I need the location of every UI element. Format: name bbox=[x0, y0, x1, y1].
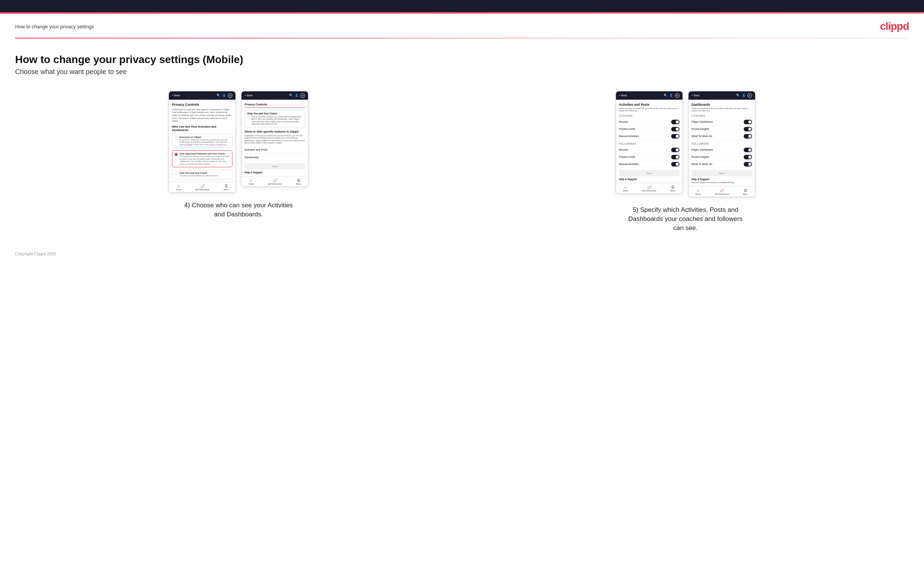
screen-1: < Back 🔍 👤 ⊕ Privacy Controls Control ho… bbox=[168, 91, 236, 193]
home-label-1: Home bbox=[176, 189, 181, 191]
coaches-round-insights-toggle[interactable] bbox=[744, 127, 752, 131]
screen1-option2[interactable]: Only Approved Followers and Your Coach O… bbox=[172, 150, 233, 167]
screen2-back[interactable]: < Back bbox=[244, 94, 253, 97]
followers-round-insights-toggle[interactable] bbox=[744, 155, 752, 160]
screenshot-pair-1: < Back 🔍 👤 ⊕ Privacy Controls Control ho… bbox=[168, 91, 309, 193]
screen3-title: Activities and Posts bbox=[619, 103, 680, 106]
coaches-drills-toggle[interactable] bbox=[671, 127, 680, 131]
search-icon-3[interactable]: 🔍 bbox=[664, 93, 667, 97]
search-icon-2[interactable]: 🔍 bbox=[289, 93, 293, 97]
screen-2: < Back 🔍 👤 ⊕ Privacy Controls bbox=[241, 91, 309, 187]
screen1-option3[interactable]: Only You and Your Coach Only you and the… bbox=[172, 169, 233, 179]
menu-label-2: Menu bbox=[296, 183, 301, 185]
bottom-nav-home-2[interactable]: ⌂ Home bbox=[249, 178, 254, 185]
bottom-nav-perf-2[interactable]: 📈 My Performance bbox=[268, 178, 282, 185]
coaches-rounds-toggle[interactable] bbox=[671, 120, 680, 124]
bottom-nav-menu-4[interactable]: ☰ Menu bbox=[743, 189, 748, 195]
screen1-option3-text: Only You and Your Coach Only you and the… bbox=[179, 172, 218, 177]
performance-label-3: My Performance bbox=[643, 190, 656, 192]
show-hide-text: Regardless of the privacy controls that … bbox=[244, 134, 305, 144]
screen2-tab-bar: Privacy Controls bbox=[244, 103, 305, 108]
coaches-player-toggle[interactable] bbox=[744, 120, 752, 124]
chevron-icon-1: › bbox=[304, 148, 305, 152]
settings-icon[interactable]: ⊕ bbox=[228, 93, 233, 98]
screen3-help: Help & Support bbox=[619, 178, 680, 181]
settings-icon-2[interactable]: ⊕ bbox=[300, 93, 305, 98]
screen4-followers-player: Player Dashboard bbox=[691, 147, 752, 154]
followers-player-toggle[interactable] bbox=[744, 148, 752, 152]
settings-icon-3[interactable]: ⊕ bbox=[675, 93, 680, 98]
screen4-back[interactable]: < Back bbox=[691, 94, 700, 97]
screen3-body: Activities and Posts Select the types of… bbox=[616, 100, 683, 181]
search-icon-4[interactable]: 🔍 bbox=[736, 93, 740, 97]
option2-desc: Only approved followers and coaches you … bbox=[179, 155, 230, 165]
screen3-save-btn[interactable]: Save bbox=[619, 170, 680, 176]
option3-desc: Only you and the coaches you connect wit… bbox=[179, 174, 218, 177]
followers-drills-toggle[interactable] bbox=[671, 155, 680, 160]
screen2-tab[interactable]: Privacy Controls bbox=[244, 103, 267, 107]
option1-desc: Everyone on Clippd can search for you an… bbox=[179, 139, 230, 146]
person-icon-2[interactable]: 👤 bbox=[295, 93, 299, 97]
screen2-menu2[interactable]: Dashboards › bbox=[244, 154, 305, 161]
followers-rounds-toggle[interactable] bbox=[671, 148, 680, 152]
radio-dot-3 bbox=[174, 172, 178, 175]
followers-manual-toggle[interactable] bbox=[671, 162, 680, 166]
bottom-nav-home-1[interactable]: ⌂ Home bbox=[176, 184, 181, 191]
screen3-coaches-manual: Manual Activities bbox=[619, 133, 680, 140]
home-label-3: Home bbox=[623, 190, 628, 192]
menu-icon-4: ☰ bbox=[744, 189, 747, 193]
top-bar bbox=[0, 0, 924, 14]
screen2-save-btn[interactable]: Save bbox=[244, 163, 305, 169]
screen4-followers-label: FOLLOWERS bbox=[691, 142, 752, 145]
settings-icon-4[interactable]: ⊕ bbox=[748, 93, 752, 98]
screen2-option-box: Only You and Your Coach Only you and the… bbox=[244, 110, 305, 127]
home-label-2: Home bbox=[249, 183, 254, 185]
screen4-bottom-nav: ⌂ Home 📈 My Performance ☰ Menu bbox=[688, 186, 755, 197]
coaches-work-toggle[interactable] bbox=[744, 134, 752, 139]
screen2-nav-icons: 🔍 👤 ⊕ bbox=[289, 93, 305, 98]
screen3-bottom-nav: ⌂ Home 📈 My Performance ☰ Menu bbox=[616, 183, 683, 193]
screen3-back[interactable]: < Back bbox=[619, 94, 627, 97]
screen4-coaches-player: Player Dashboard bbox=[691, 119, 752, 126]
bottom-nav-perf-4[interactable]: 📈 My Performance bbox=[715, 189, 729, 195]
screen1-title: Privacy Controls bbox=[172, 103, 233, 106]
person-icon-4[interactable]: 👤 bbox=[742, 93, 746, 97]
screen3-followers-label: FOLLOWERS bbox=[619, 142, 680, 145]
screen4-help: Help & Support bbox=[691, 178, 752, 181]
bottom-nav-home-4[interactable]: ⌂ Home bbox=[696, 189, 701, 195]
menu-icon-2: ☰ bbox=[297, 178, 300, 182]
bottom-nav-menu-3[interactable]: ☰ Menu bbox=[670, 185, 675, 192]
screen4-save-btn[interactable]: Save bbox=[691, 170, 752, 176]
person-icon-3[interactable]: 👤 bbox=[669, 93, 673, 97]
header: How to change your privacy settings clip… bbox=[0, 14, 924, 38]
coaches-player-label: Player Dashboard bbox=[691, 121, 713, 123]
menu1-label: Activities and Posts bbox=[244, 148, 268, 151]
bottom-nav-perf-1[interactable]: 📈 My Performance bbox=[195, 184, 209, 191]
search-icon[interactable]: 🔍 bbox=[216, 93, 220, 97]
home-icon-2: ⌂ bbox=[250, 178, 252, 182]
top-bar-accent bbox=[0, 12, 924, 14]
bottom-nav-perf-3[interactable]: 📈 My Performance bbox=[643, 185, 656, 192]
bottom-nav-home-3[interactable]: ⌂ Home bbox=[623, 185, 628, 192]
screen1-option1-text: Everyone on Clippd Everyone on Clippd ca… bbox=[179, 136, 230, 146]
screen2-body: Privacy Controls Only You and Your Coach… bbox=[241, 100, 308, 174]
screen4-title: Dashboards bbox=[691, 103, 752, 106]
coaches-manual-toggle[interactable] bbox=[671, 134, 680, 139]
bottom-nav-menu-1[interactable]: ☰ Menu bbox=[224, 184, 229, 191]
coaches-manual-label: Manual Activities bbox=[619, 135, 639, 137]
followers-work-label: What To Work On bbox=[691, 163, 712, 165]
screen-3: < Back 🔍 👤 ⊕ Activities and Posts Select… bbox=[615, 91, 683, 194]
coaches-drills-label: Practice Drills bbox=[619, 127, 635, 130]
screen2-menu1[interactable]: Activities and Posts › bbox=[244, 146, 305, 154]
performance-label-2: My Performance bbox=[268, 183, 282, 185]
home-icon-1: ⌂ bbox=[178, 184, 180, 188]
bottom-nav-menu-2[interactable]: ☰ Menu bbox=[296, 178, 301, 185]
screen1-option1[interactable]: Everyone on Clippd Everyone on Clippd ca… bbox=[172, 134, 233, 148]
screen3-followers-manual: Manual Activities bbox=[619, 161, 680, 168]
screen1-back[interactable]: < Back bbox=[172, 94, 180, 97]
followers-work-toggle[interactable] bbox=[744, 162, 752, 166]
coaches-work-label: What To Work On bbox=[691, 135, 712, 137]
screen3-coaches-rounds: Rounds bbox=[619, 119, 680, 126]
person-icon[interactable]: 👤 bbox=[222, 93, 226, 97]
performance-icon-2: 📈 bbox=[273, 178, 277, 182]
